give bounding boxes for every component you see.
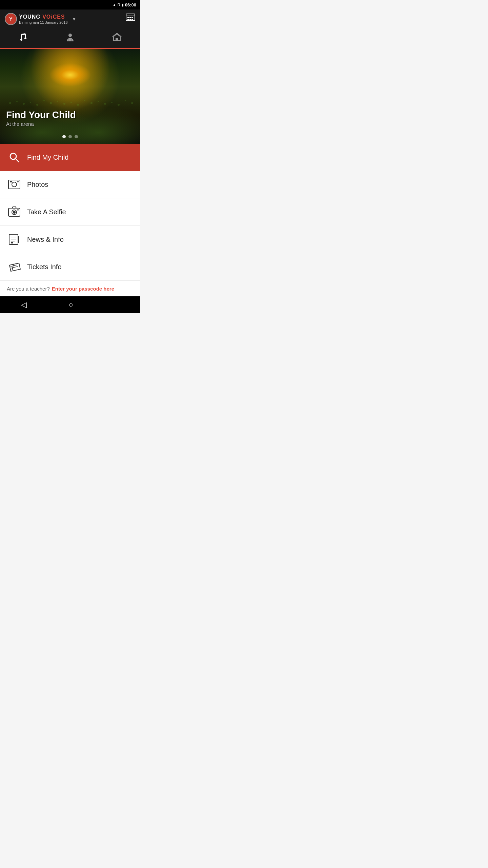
venue-icon xyxy=(112,33,122,44)
music-icon xyxy=(19,33,28,44)
hero-background xyxy=(0,49,140,144)
svg-point-27 xyxy=(98,101,99,102)
svg-point-10 xyxy=(68,34,72,37)
svg-point-20 xyxy=(50,102,52,104)
svg-rect-2 xyxy=(127,17,129,18)
svg-point-16 xyxy=(23,103,25,105)
person-icon xyxy=(65,33,75,44)
photos-menu-item[interactable]: Photos xyxy=(0,171,140,198)
svg-point-41 xyxy=(13,211,16,214)
svg-rect-3 xyxy=(129,17,131,18)
svg-point-21 xyxy=(57,101,58,102)
svg-point-17 xyxy=(30,102,31,103)
news-label: News & Info xyxy=(27,236,64,243)
dot-1[interactable] xyxy=(62,135,66,138)
hero-title: Find Your Child xyxy=(6,110,76,120)
svg-line-34 xyxy=(16,159,19,162)
tab-venue[interactable] xyxy=(94,28,140,48)
svg-point-26 xyxy=(90,102,93,104)
selfie-menu-item[interactable]: Take A Selfie xyxy=(0,198,140,226)
header-action-button[interactable] xyxy=(125,13,136,25)
status-time: 06:00 xyxy=(125,2,136,7)
svg-point-36 xyxy=(12,182,17,187)
hero-section: Find Your Child At the arena xyxy=(0,49,140,144)
status-bar: ▲ R ▮ 06:00 xyxy=(0,0,140,9)
nav-bar: ◁ ○ □ xyxy=(0,296,140,313)
svg-point-14 xyxy=(9,102,11,104)
tickets-menu-item[interactable]: Tickets Info xyxy=(0,253,140,281)
svg-point-22 xyxy=(63,103,65,105)
logo-container: Y YOUNG VOiCES Birmingham 11 January 201… xyxy=(5,13,68,25)
hero-text: Find Your Child At the arena xyxy=(6,110,76,127)
photos-icon xyxy=(7,177,22,192)
svg-point-19 xyxy=(43,100,45,101)
carousel-dots xyxy=(62,135,78,138)
svg-point-30 xyxy=(118,104,120,106)
app-header: Y YOUNG VOiCES Birmingham 11 January 201… xyxy=(0,9,140,28)
find-my-child-button[interactable]: Find My Child xyxy=(0,144,140,171)
menu-list: Photos Take A Selfie News xyxy=(0,171,140,281)
photos-label: Photos xyxy=(27,181,48,189)
svg-line-49 xyxy=(11,265,17,267)
search-icon xyxy=(7,150,22,165)
logo-text: YOUNG VOiCES Birmingham 11 January 2016 xyxy=(19,14,68,24)
svg-point-23 xyxy=(70,102,72,103)
footer-question-text: Are you a teacher? xyxy=(7,286,50,292)
svg-rect-4 xyxy=(131,17,133,18)
svg-point-31 xyxy=(125,100,126,101)
header-left: Y YOUNG VOiCES Birmingham 11 January 201… xyxy=(5,13,77,25)
selfie-label: Take A Selfie xyxy=(27,208,66,216)
svg-rect-44 xyxy=(18,236,19,243)
signal-icon: R xyxy=(118,3,120,7)
svg-point-28 xyxy=(104,103,106,105)
tab-music[interactable] xyxy=(0,28,47,48)
svg-rect-48 xyxy=(11,242,13,243)
recent-apps-button[interactable]: □ xyxy=(108,299,126,311)
hero-subtitle: At the arena xyxy=(6,121,76,127)
svg-point-42 xyxy=(17,209,19,211)
svg-point-32 xyxy=(131,102,133,104)
svg-point-25 xyxy=(84,100,85,101)
logo-name-row: YOUNG VOiCES xyxy=(19,14,68,20)
tab-person[interactable] xyxy=(47,28,94,48)
footer-bar: Are you a teacher? Enter your passcode h… xyxy=(0,281,140,296)
svg-line-50 xyxy=(11,267,18,268)
dot-3[interactable] xyxy=(75,135,78,138)
svg-rect-6 xyxy=(129,19,131,20)
svg-point-18 xyxy=(36,104,38,106)
camera-icon xyxy=(7,204,22,219)
home-button[interactable]: ○ xyxy=(62,299,80,311)
dot-2[interactable] xyxy=(68,135,72,138)
tickets-label: Tickets Info xyxy=(27,263,62,271)
svg-point-15 xyxy=(16,101,18,102)
wifi-icon: ▲ xyxy=(113,3,116,7)
back-button[interactable]: ◁ xyxy=(14,299,34,311)
dropdown-arrow-icon[interactable]: ▼ xyxy=(72,16,77,22)
svg-rect-13 xyxy=(116,38,118,41)
find-my-child-label: Find My Child xyxy=(27,154,68,161)
svg-point-37 xyxy=(17,181,19,182)
news-icon xyxy=(7,232,22,247)
svg-point-24 xyxy=(77,104,79,106)
svg-point-9 xyxy=(24,37,26,39)
news-menu-item[interactable]: News & Info xyxy=(0,226,140,253)
logo-circle: Y xyxy=(5,13,17,25)
ticket-icon xyxy=(7,259,22,274)
svg-rect-5 xyxy=(127,19,129,20)
status-icons: ▲ R ▮ 06:00 xyxy=(113,2,136,7)
logo-initial: Y xyxy=(9,16,12,22)
svg-point-8 xyxy=(20,39,22,41)
svg-point-29 xyxy=(111,102,113,103)
svg-rect-7 xyxy=(131,19,133,20)
svg-rect-38 xyxy=(10,181,12,182)
tab-bar xyxy=(0,28,140,49)
battery-icon: ▮ xyxy=(122,3,124,7)
footer-passcode-link[interactable]: Enter your passcode here xyxy=(52,286,114,292)
header-subtitle: Birmingham 11 January 2016 xyxy=(19,20,68,24)
